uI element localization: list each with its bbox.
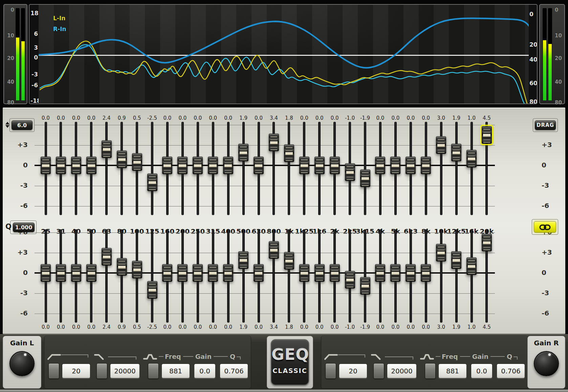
fader-3k15-lower[interactable] [360, 277, 370, 295]
fader-1k-lower[interactable] [284, 252, 294, 270]
fader-16k-upper[interactable] [466, 150, 477, 167]
range-stepper-icon[interactable] [5, 122, 9, 128]
fader-8k-upper[interactable] [421, 157, 431, 174]
fader-63-upper[interactable] [102, 140, 112, 158]
fader-5k-lower[interactable] [390, 264, 400, 282]
fader-2k5-lower[interactable] [345, 271, 355, 289]
bell-freq-field[interactable]: 881 [438, 364, 467, 378]
fader-1k25-lower[interactable] [299, 264, 309, 282]
fader-1k6-upper[interactable] [314, 157, 325, 174]
lpf-enable-button[interactable] [96, 363, 107, 379]
fader-4k-upper[interactable] [375, 157, 385, 174]
fader-160-lower[interactable] [162, 264, 172, 282]
lpf-enable-button[interactable] [373, 363, 384, 379]
gain-label: Gain [472, 353, 488, 360]
fader-80-lower[interactable] [117, 258, 127, 276]
fader-12k5-lower[interactable] [451, 251, 461, 269]
hpf-freq-field[interactable]: 20 [339, 364, 367, 378]
fader-20k-lower[interactable] [482, 234, 492, 251]
fader-1k6-lower[interactable] [314, 264, 325, 282]
fader-100-lower[interactable] [132, 261, 142, 278]
hpf-enable-button[interactable] [325, 363, 336, 379]
fader-31-upper[interactable] [56, 157, 66, 174]
fader-8k-lower[interactable] [421, 264, 431, 282]
fader-50-lower[interactable] [86, 264, 96, 282]
connector-line [214, 356, 228, 357]
group-bracket-line [338, 354, 365, 358]
gain-right-knob[interactable] [534, 351, 559, 376]
drag-mode-button[interactable]: DRAG [535, 120, 556, 130]
bell-gain-field[interactable]: 0.0 [194, 364, 216, 378]
meter-bar-fill [21, 41, 25, 100]
band-gain-value: 0.9 [114, 324, 130, 331]
hpf-freq-field[interactable]: 20 [62, 364, 90, 378]
fader-6k3-lower[interactable] [406, 264, 416, 282]
lpf-freq-field[interactable]: 20000 [110, 364, 140, 378]
fader-track [121, 122, 123, 215]
bell-enable-button[interactable] [148, 363, 159, 379]
fader-25-lower[interactable] [41, 264, 51, 282]
fader-315-lower[interactable] [208, 264, 218, 282]
range-value-button[interactable]: 6.0 [12, 120, 32, 130]
fader-500-lower[interactable] [238, 251, 248, 269]
fader-2k-upper[interactable] [330, 157, 340, 174]
fader-200-lower[interactable] [177, 264, 188, 282]
bell-freq-field[interactable]: 881 [161, 364, 190, 378]
meter-bar-track [21, 8, 25, 101]
fader-16k-lower[interactable] [466, 257, 477, 275]
fader-800-lower[interactable] [269, 241, 279, 259]
fader-125-lower[interactable] [147, 281, 157, 299]
fader-400-lower[interactable] [223, 264, 233, 282]
bell-enable-button[interactable] [425, 363, 436, 379]
band-gain-value: 1.0 [463, 324, 480, 331]
fader-1k-upper[interactable] [284, 144, 294, 162]
gain-left-knob[interactable] [9, 351, 35, 376]
fader-250-upper[interactable] [193, 157, 203, 174]
fader-25-upper[interactable] [41, 157, 51, 174]
hpf-enable-button[interactable] [48, 363, 59, 379]
analyzer-scale-label: 60 [529, 80, 538, 87]
fader-2k-lower[interactable] [330, 264, 340, 282]
fader-6k3-upper[interactable] [406, 157, 416, 174]
fader-630-lower[interactable] [254, 264, 264, 282]
q-value-button[interactable]: 1.000 [13, 223, 35, 232]
fader-4k-lower[interactable] [375, 264, 385, 282]
bell-q-field[interactable]: 0.706 [220, 364, 248, 378]
fader-315-upper[interactable] [208, 157, 218, 174]
fader-40-upper[interactable] [71, 157, 81, 174]
fader-12k5-upper[interactable] [451, 144, 461, 161]
fader-2k5-upper[interactable] [345, 163, 355, 181]
fader-80-upper[interactable] [117, 151, 127, 168]
band-gain-value: 1.8 [281, 115, 297, 122]
fader-5k-upper[interactable] [390, 157, 400, 174]
group-bracket-line [514, 356, 518, 360]
fader-630-upper[interactable] [254, 157, 264, 174]
filter-labels-row: Freq Gain Q [44, 352, 251, 361]
lpf-freq-field[interactable]: 20000 [387, 364, 417, 378]
fader-125-upper[interactable] [147, 174, 157, 191]
fader-50-upper[interactable] [86, 157, 96, 174]
band-gain-value: 0.0 [296, 324, 312, 331]
bell-gain-field[interactable]: 0.0 [471, 364, 493, 378]
fader-200-upper[interactable] [177, 157, 188, 174]
link-channels-button[interactable] [534, 221, 556, 233]
fader-160-upper[interactable] [162, 157, 172, 174]
fader-250-lower[interactable] [193, 264, 203, 282]
band-gain-value: 0.0 [53, 324, 69, 331]
fader-500-upper[interactable] [238, 144, 248, 161]
fader-31-lower[interactable] [56, 264, 66, 282]
fader-40-lower[interactable] [71, 264, 81, 282]
fader-3k15-upper[interactable] [360, 169, 370, 187]
fader-track [151, 229, 153, 323]
fader-1k25-upper[interactable] [299, 157, 309, 174]
bell-q-field[interactable]: 0.706 [497, 364, 525, 378]
band-gain-value: 0.0 [372, 115, 388, 122]
fader-20k-upper[interactable] [482, 126, 492, 144]
fader-800-upper[interactable] [269, 134, 279, 151]
fader-100-upper[interactable] [132, 153, 142, 171]
fader-10k-upper[interactable] [436, 136, 446, 154]
band-gain-value: 3.4 [266, 324, 282, 331]
fader-10k-lower[interactable] [436, 244, 446, 261]
fader-400-upper[interactable] [223, 157, 233, 174]
fader-63-lower[interactable] [102, 248, 112, 266]
